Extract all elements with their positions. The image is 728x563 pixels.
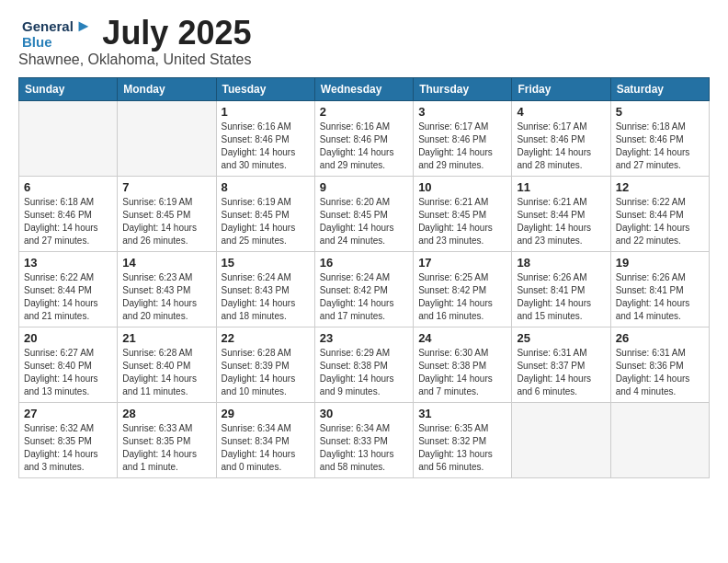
day-info: Sunrise: 6:28 AM Sunset: 8:40 PM Dayligh… bbox=[122, 347, 210, 398]
day-info: Sunrise: 6:18 AM Sunset: 8:46 PM Dayligh… bbox=[24, 196, 112, 247]
day-number: 30 bbox=[320, 407, 408, 420]
table-row: 23Sunrise: 6:29 AM Sunset: 8:38 PM Dayli… bbox=[314, 327, 413, 402]
table-row: 4Sunrise: 6:17 AM Sunset: 8:46 PM Daylig… bbox=[512, 100, 610, 176]
table-row: 13Sunrise: 6:22 AM Sunset: 8:44 PM Dayli… bbox=[19, 251, 118, 327]
table-row: 27Sunrise: 6:32 AM Sunset: 8:35 PM Dayli… bbox=[19, 402, 118, 477]
table-row: 30Sunrise: 6:34 AM Sunset: 8:33 PM Dayli… bbox=[314, 402, 413, 477]
logo: General ► Blue bbox=[22, 17, 92, 50]
day-info: Sunrise: 6:31 AM Sunset: 8:36 PM Dayligh… bbox=[616, 347, 704, 398]
table-row: 14Sunrise: 6:23 AM Sunset: 8:43 PM Dayli… bbox=[118, 251, 216, 327]
day-info: Sunrise: 6:19 AM Sunset: 8:45 PM Dayligh… bbox=[122, 196, 210, 247]
day-info: Sunrise: 6:35 AM Sunset: 8:32 PM Dayligh… bbox=[418, 422, 506, 474]
day-info: Sunrise: 6:22 AM Sunset: 8:44 PM Dayligh… bbox=[616, 196, 704, 247]
calendar-week-row: 27Sunrise: 6:32 AM Sunset: 8:35 PM Dayli… bbox=[19, 402, 710, 477]
day-info: Sunrise: 6:21 AM Sunset: 8:44 PM Dayligh… bbox=[517, 196, 605, 247]
logo-blue: Blue bbox=[22, 34, 52, 50]
day-info: Sunrise: 6:24 AM Sunset: 8:43 PM Dayligh… bbox=[222, 271, 310, 323]
calendar-subtitle: Shawnee, Oklahoma, United States bbox=[18, 52, 251, 68]
table-row bbox=[512, 402, 610, 477]
table-row: 28Sunrise: 6:33 AM Sunset: 8:35 PM Dayli… bbox=[118, 402, 216, 477]
header-tuesday: Tuesday bbox=[216, 77, 314, 100]
day-number: 12 bbox=[616, 180, 704, 194]
day-info: Sunrise: 6:16 AM Sunset: 8:46 PM Dayligh… bbox=[222, 121, 310, 172]
day-number: 3 bbox=[418, 105, 506, 119]
day-number: 27 bbox=[24, 407, 112, 420]
day-number: 31 bbox=[418, 407, 506, 420]
day-number: 21 bbox=[122, 331, 210, 345]
table-row: 2Sunrise: 6:16 AM Sunset: 8:46 PM Daylig… bbox=[314, 100, 413, 176]
day-number: 29 bbox=[222, 407, 310, 420]
day-number: 24 bbox=[418, 331, 506, 345]
day-info: Sunrise: 6:34 AM Sunset: 8:34 PM Dayligh… bbox=[222, 422, 310, 474]
table-row: 9Sunrise: 6:20 AM Sunset: 8:45 PM Daylig… bbox=[314, 176, 413, 251]
day-number: 1 bbox=[222, 105, 310, 119]
table-row: 29Sunrise: 6:34 AM Sunset: 8:34 PM Dayli… bbox=[216, 402, 314, 477]
day-number: 8 bbox=[222, 180, 310, 194]
day-info: Sunrise: 6:30 AM Sunset: 8:38 PM Dayligh… bbox=[418, 347, 506, 398]
table-row: 21Sunrise: 6:28 AM Sunset: 8:40 PM Dayli… bbox=[118, 327, 216, 402]
day-number: 7 bbox=[122, 180, 210, 194]
day-info: Sunrise: 6:22 AM Sunset: 8:44 PM Dayligh… bbox=[24, 271, 112, 323]
day-number: 20 bbox=[24, 331, 112, 345]
header-monday: Monday bbox=[118, 77, 216, 100]
table-row: 10Sunrise: 6:21 AM Sunset: 8:45 PM Dayli… bbox=[414, 176, 512, 251]
day-number: 14 bbox=[122, 256, 210, 270]
calendar-week-row: 20Sunrise: 6:27 AM Sunset: 8:40 PM Dayli… bbox=[19, 327, 710, 402]
day-info: Sunrise: 6:27 AM Sunset: 8:40 PM Dayligh… bbox=[24, 347, 112, 398]
table-row: 26Sunrise: 6:31 AM Sunset: 8:36 PM Dayli… bbox=[610, 327, 709, 402]
day-number: 19 bbox=[616, 256, 704, 270]
table-row: 20Sunrise: 6:27 AM Sunset: 8:40 PM Dayli… bbox=[19, 327, 118, 402]
table-row: 12Sunrise: 6:22 AM Sunset: 8:44 PM Dayli… bbox=[610, 176, 709, 251]
day-number: 18 bbox=[517, 256, 605, 270]
calendar-week-row: 13Sunrise: 6:22 AM Sunset: 8:44 PM Dayli… bbox=[19, 251, 710, 327]
day-info: Sunrise: 6:23 AM Sunset: 8:43 PM Dayligh… bbox=[122, 271, 210, 323]
day-number: 23 bbox=[320, 331, 408, 345]
day-info: Sunrise: 6:34 AM Sunset: 8:33 PM Dayligh… bbox=[320, 422, 408, 474]
table-row bbox=[19, 100, 118, 176]
calendar-table: Sunday Monday Tuesday Wednesday Thursday… bbox=[18, 77, 710, 478]
header-friday: Friday bbox=[512, 77, 610, 100]
table-row: 5Sunrise: 6:18 AM Sunset: 8:46 PM Daylig… bbox=[610, 100, 709, 176]
day-info: Sunrise: 6:17 AM Sunset: 8:46 PM Dayligh… bbox=[517, 121, 605, 172]
day-number: 9 bbox=[320, 180, 408, 194]
day-number: 4 bbox=[517, 105, 605, 119]
calendar-week-row: 6Sunrise: 6:18 AM Sunset: 8:46 PM Daylig… bbox=[19, 176, 710, 251]
table-row: 3Sunrise: 6:17 AM Sunset: 8:46 PM Daylig… bbox=[414, 100, 512, 176]
day-number: 15 bbox=[222, 256, 310, 270]
calendar-header-row: Sunday Monday Tuesday Wednesday Thursday… bbox=[19, 77, 710, 100]
day-number: 26 bbox=[616, 331, 704, 345]
day-info: Sunrise: 6:28 AM Sunset: 8:39 PM Dayligh… bbox=[222, 347, 310, 398]
day-info: Sunrise: 6:19 AM Sunset: 8:45 PM Dayligh… bbox=[222, 196, 310, 247]
header-thursday: Thursday bbox=[414, 77, 512, 100]
day-info: Sunrise: 6:29 AM Sunset: 8:38 PM Dayligh… bbox=[320, 347, 408, 398]
table-row: 17Sunrise: 6:25 AM Sunset: 8:42 PM Dayli… bbox=[414, 251, 512, 327]
day-info: Sunrise: 6:21 AM Sunset: 8:45 PM Dayligh… bbox=[418, 196, 506, 247]
day-number: 10 bbox=[418, 180, 506, 194]
day-info: Sunrise: 6:26 AM Sunset: 8:41 PM Dayligh… bbox=[616, 271, 704, 323]
table-row: 1Sunrise: 6:16 AM Sunset: 8:46 PM Daylig… bbox=[216, 100, 314, 176]
day-number: 2 bbox=[320, 105, 408, 119]
day-number: 17 bbox=[418, 256, 506, 270]
header-saturday: Saturday bbox=[610, 77, 709, 100]
day-number: 6 bbox=[24, 180, 112, 194]
day-number: 28 bbox=[122, 407, 210, 420]
day-info: Sunrise: 6:20 AM Sunset: 8:45 PM Dayligh… bbox=[320, 196, 408, 247]
table-row bbox=[610, 402, 709, 477]
table-row: 7Sunrise: 6:19 AM Sunset: 8:45 PM Daylig… bbox=[118, 176, 216, 251]
day-number: 11 bbox=[517, 180, 605, 194]
table-row: 16Sunrise: 6:24 AM Sunset: 8:42 PM Dayli… bbox=[314, 251, 413, 327]
table-row: 18Sunrise: 6:26 AM Sunset: 8:41 PM Dayli… bbox=[512, 251, 610, 327]
table-row: 6Sunrise: 6:18 AM Sunset: 8:46 PM Daylig… bbox=[19, 176, 118, 251]
table-row: 22Sunrise: 6:28 AM Sunset: 8:39 PM Dayli… bbox=[216, 327, 314, 402]
day-number: 13 bbox=[24, 256, 112, 270]
table-row: 15Sunrise: 6:24 AM Sunset: 8:43 PM Dayli… bbox=[216, 251, 314, 327]
day-info: Sunrise: 6:24 AM Sunset: 8:42 PM Dayligh… bbox=[320, 271, 408, 323]
day-info: Sunrise: 6:31 AM Sunset: 8:37 PM Dayligh… bbox=[517, 347, 605, 398]
day-number: 25 bbox=[517, 331, 605, 345]
logo-bird-icon: ► bbox=[75, 17, 92, 36]
day-info: Sunrise: 6:33 AM Sunset: 8:35 PM Dayligh… bbox=[122, 422, 210, 474]
day-info: Sunrise: 6:32 AM Sunset: 8:35 PM Dayligh… bbox=[24, 422, 112, 474]
table-row: 11Sunrise: 6:21 AM Sunset: 8:44 PM Dayli… bbox=[512, 176, 610, 251]
table-row: 24Sunrise: 6:30 AM Sunset: 8:38 PM Dayli… bbox=[414, 327, 512, 402]
logo-general: General bbox=[22, 18, 74, 34]
